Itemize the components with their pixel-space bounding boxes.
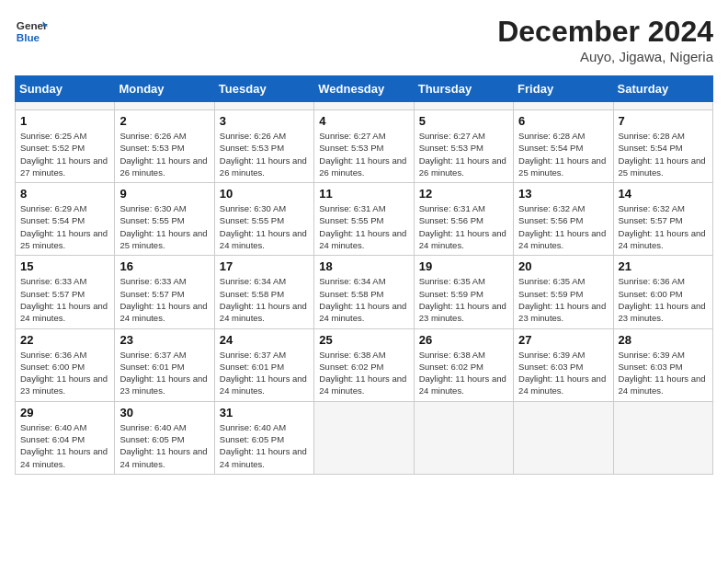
title-area: December 2024 Auyo, Jigawa, Nigeria: [497, 15, 713, 64]
table-row: 31Sunrise: 6:40 AMSunset: 6:05 PMDayligh…: [214, 401, 313, 474]
day-number: 7: [619, 114, 708, 128]
day-info: Sunrise: 6:38 AMSunset: 6:02 PMDaylight:…: [419, 349, 508, 397]
day-number: 25: [319, 333, 408, 347]
col-sunday: Sunday: [16, 76, 115, 102]
col-thursday: Thursday: [414, 76, 513, 102]
day-number: 15: [20, 259, 109, 273]
table-row: [214, 102, 313, 110]
day-number: 11: [319, 187, 408, 201]
table-row: 13Sunrise: 6:32 AMSunset: 5:56 PMDayligh…: [514, 183, 613, 256]
day-info: Sunrise: 6:30 AMSunset: 5:55 PMDaylight:…: [220, 202, 309, 251]
table-row: [314, 401, 414, 474]
day-number: 30: [119, 406, 209, 419]
day-number: 3: [220, 114, 309, 128]
day-info: Sunrise: 6:27 AMSunset: 5:53 PMDaylight:…: [419, 130, 508, 178]
day-number: 28: [619, 333, 708, 347]
day-info: Sunrise: 6:29 AMSunset: 5:54 PMDaylight:…: [20, 202, 109, 251]
calendar-week-row: 15Sunrise: 6:33 AMSunset: 5:57 PMDayligh…: [16, 256, 713, 328]
table-row: 18Sunrise: 6:34 AMSunset: 5:58 PMDayligh…: [314, 256, 414, 328]
table-row: 4Sunrise: 6:27 AMSunset: 5:53 PMDaylight…: [314, 110, 414, 183]
day-info: Sunrise: 6:36 AMSunset: 6:00 PMDaylight:…: [619, 275, 708, 324]
day-info: Sunrise: 6:27 AMSunset: 5:53 PMDaylight:…: [319, 130, 408, 178]
day-number: 26: [419, 333, 508, 347]
page-header: General Blue December 2024 Auyo, Jigawa,…: [15, 15, 713, 64]
day-number: 13: [518, 187, 608, 201]
table-row: 14Sunrise: 6:32 AMSunset: 5:57 PMDayligh…: [613, 183, 712, 256]
day-number: 16: [119, 259, 209, 273]
table-row: 30Sunrise: 6:40 AMSunset: 6:05 PMDayligh…: [115, 401, 214, 474]
day-number: 9: [119, 187, 209, 201]
table-row: 23Sunrise: 6:37 AMSunset: 6:01 PMDayligh…: [115, 328, 214, 401]
day-info: Sunrise: 6:39 AMSunset: 6:03 PMDaylight:…: [619, 349, 708, 397]
table-row: 17Sunrise: 6:34 AMSunset: 5:58 PMDayligh…: [214, 256, 313, 328]
table-row: [514, 401, 613, 474]
day-info: Sunrise: 6:31 AMSunset: 5:55 PMDaylight:…: [319, 202, 408, 251]
table-row: 1Sunrise: 6:25 AMSunset: 5:52 PMDaylight…: [16, 110, 115, 183]
day-number: 22: [20, 333, 109, 347]
day-number: 21: [619, 259, 708, 273]
table-row: 8Sunrise: 6:29 AMSunset: 5:54 PMDaylight…: [16, 183, 115, 256]
table-row: 26Sunrise: 6:38 AMSunset: 6:02 PMDayligh…: [414, 328, 513, 401]
day-info: Sunrise: 6:28 AMSunset: 5:54 PMDaylight:…: [619, 130, 708, 178]
table-row: 9Sunrise: 6:30 AMSunset: 5:55 PMDaylight…: [115, 183, 214, 256]
table-row: [514, 102, 613, 110]
day-info: Sunrise: 6:40 AMSunset: 6:05 PMDaylight:…: [119, 421, 209, 470]
table-row: 16Sunrise: 6:33 AMSunset: 5:57 PMDayligh…: [115, 256, 214, 328]
day-number: 29: [20, 406, 109, 419]
day-number: 12: [419, 187, 508, 201]
table-row: [16, 102, 115, 110]
day-info: Sunrise: 6:35 AMSunset: 5:59 PMDaylight:…: [518, 275, 608, 324]
day-number: 19: [419, 259, 508, 273]
day-number: 8: [20, 187, 109, 201]
day-info: Sunrise: 6:30 AMSunset: 5:55 PMDaylight:…: [119, 202, 209, 251]
day-number: 27: [518, 333, 608, 347]
day-number: 10: [220, 187, 309, 201]
table-row: 22Sunrise: 6:36 AMSunset: 6:00 PMDayligh…: [16, 328, 115, 401]
table-row: [115, 102, 214, 110]
day-info: Sunrise: 6:39 AMSunset: 6:03 PMDaylight:…: [518, 349, 608, 397]
table-row: 24Sunrise: 6:37 AMSunset: 6:01 PMDayligh…: [214, 328, 313, 401]
day-info: Sunrise: 6:32 AMSunset: 5:56 PMDaylight:…: [518, 202, 608, 251]
day-info: Sunrise: 6:37 AMSunset: 6:01 PMDaylight:…: [119, 349, 209, 397]
table-row: 12Sunrise: 6:31 AMSunset: 5:56 PMDayligh…: [414, 183, 513, 256]
day-info: Sunrise: 6:26 AMSunset: 5:53 PMDaylight:…: [119, 130, 209, 178]
table-row: 25Sunrise: 6:38 AMSunset: 6:02 PMDayligh…: [314, 328, 414, 401]
table-row: [414, 102, 513, 110]
logo: General Blue: [15, 15, 48, 48]
col-tuesday: Tuesday: [214, 76, 313, 102]
day-number: 5: [419, 114, 508, 128]
day-info: Sunrise: 6:40 AMSunset: 6:05 PMDaylight:…: [220, 421, 309, 470]
day-number: 2: [119, 114, 209, 128]
location-title: Auyo, Jigawa, Nigeria: [497, 49, 713, 64]
table-row: 21Sunrise: 6:36 AMSunset: 6:00 PMDayligh…: [613, 256, 712, 328]
day-number: 4: [319, 114, 408, 128]
col-saturday: Saturday: [613, 76, 712, 102]
calendar-week-row: [16, 102, 713, 110]
table-row: 6Sunrise: 6:28 AMSunset: 5:54 PMDaylight…: [514, 110, 613, 183]
table-row: [314, 102, 414, 110]
table-row: 3Sunrise: 6:26 AMSunset: 5:53 PMDaylight…: [214, 110, 313, 183]
table-row: 19Sunrise: 6:35 AMSunset: 5:59 PMDayligh…: [414, 256, 513, 328]
day-info: Sunrise: 6:36 AMSunset: 6:00 PMDaylight:…: [20, 349, 109, 397]
table-row: 28Sunrise: 6:39 AMSunset: 6:03 PMDayligh…: [613, 328, 712, 401]
col-wednesday: Wednesday: [314, 76, 414, 102]
table-row: 27Sunrise: 6:39 AMSunset: 6:03 PMDayligh…: [514, 328, 613, 401]
day-info: Sunrise: 6:40 AMSunset: 6:04 PMDaylight:…: [20, 421, 109, 470]
calendar-week-row: 22Sunrise: 6:36 AMSunset: 6:00 PMDayligh…: [16, 328, 713, 401]
day-info: Sunrise: 6:37 AMSunset: 6:01 PMDaylight:…: [220, 349, 309, 397]
table-row: 7Sunrise: 6:28 AMSunset: 5:54 PMDaylight…: [613, 110, 712, 183]
svg-text:Blue: Blue: [17, 31, 40, 43]
day-info: Sunrise: 6:33 AMSunset: 5:57 PMDaylight:…: [20, 275, 109, 324]
day-number: 1: [20, 114, 109, 128]
table-row: 11Sunrise: 6:31 AMSunset: 5:55 PMDayligh…: [314, 183, 414, 256]
day-number: 23: [119, 333, 209, 347]
calendar-week-row: 1Sunrise: 6:25 AMSunset: 5:52 PMDaylight…: [16, 110, 713, 183]
table-row: 29Sunrise: 6:40 AMSunset: 6:04 PMDayligh…: [16, 401, 115, 474]
day-info: Sunrise: 6:35 AMSunset: 5:59 PMDaylight:…: [419, 275, 508, 324]
table-row: 2Sunrise: 6:26 AMSunset: 5:53 PMDaylight…: [115, 110, 214, 183]
day-number: 18: [319, 259, 408, 273]
logo-icon: General Blue: [15, 15, 48, 48]
day-number: 24: [220, 333, 309, 347]
calendar-table: Sunday Monday Tuesday Wednesday Thursday…: [15, 75, 713, 475]
day-info: Sunrise: 6:32 AMSunset: 5:57 PMDaylight:…: [619, 202, 708, 251]
